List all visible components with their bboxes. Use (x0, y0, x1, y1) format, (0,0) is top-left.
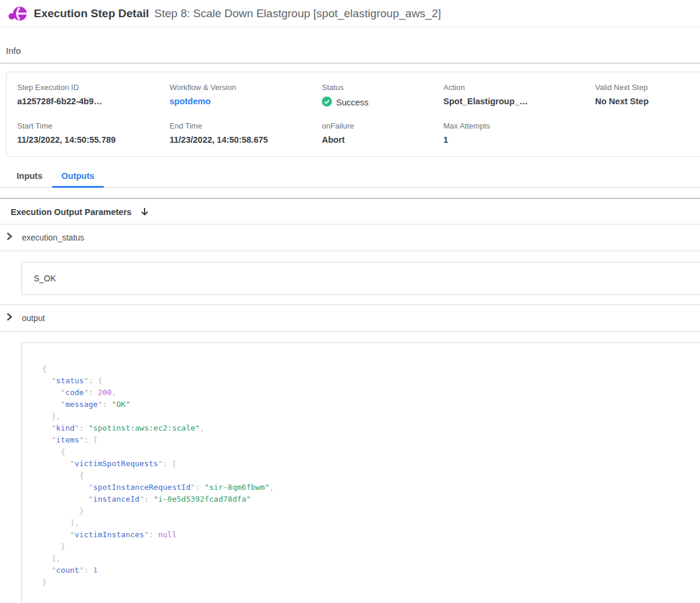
field-label: onFailure (322, 121, 443, 130)
json-code: { "status": { "code": 200, "message": "O… (42, 363, 700, 588)
tab-bar: InputsOutputs (0, 171, 700, 188)
field-value: Abort (322, 135, 443, 145)
param-json-output: { "status": { "code": 200, "message": "O… (21, 342, 700, 603)
field-label: Status (322, 83, 443, 92)
param-name: execution_status (22, 233, 84, 242)
info-field: Workflow & Versionspotdemo (170, 83, 322, 108)
field-value: 1 (443, 135, 595, 145)
param-name: output (22, 313, 45, 323)
info-field: End Time11/23/2022, 14:50:58.675 (170, 121, 322, 145)
field-value: a125728f-6b22-4b9… (17, 97, 170, 106)
info-field: Max Attempts1 (443, 121, 595, 145)
field-value: 11/23/2022, 14:50:55.789 (17, 135, 170, 145)
info-card: Step Execution IDa125728f-6b22-4b9…Workf… (6, 72, 700, 157)
param-body-execution_status: S_OK (0, 251, 700, 305)
info-field: ActionSpot_Elastigroup_… (443, 83, 595, 108)
info-field: StatusSuccess (322, 83, 443, 108)
field-label: Max Attempts (443, 121, 595, 130)
field-label: Action (443, 83, 595, 92)
field-value-link[interactable]: spotdemo (170, 97, 322, 106)
success-check-icon (322, 97, 332, 108)
chevron-right-icon[interactable] (6, 313, 13, 323)
status-text: Success (336, 98, 369, 107)
field-label: Workflow & Version (170, 83, 322, 92)
page-subtitle: Step 8: Scale Down Elastgroup [spot_elas… (154, 7, 441, 20)
app-header: Execution Step Detail Step 8: Scale Down… (0, 0, 700, 27)
field-label: Valid Next Step (595, 83, 700, 92)
tab-outputs[interactable]: Outputs (52, 171, 104, 188)
param-body-output: { "status": { "code": 200, "message": "O… (0, 332, 700, 603)
tab-inputs[interactable]: Inputs (7, 171, 52, 188)
field-label: End Time (170, 121, 322, 130)
page-title: Execution Step Detail (34, 7, 149, 20)
param-row-output[interactable]: output (0, 305, 700, 332)
execution-output-parameters-header: Execution Output Parameters (0, 199, 700, 224)
info-field: onFailureAbort (322, 121, 443, 145)
info-field: Start Time11/23/2022, 14:50:55.789 (17, 121, 170, 145)
status-badge: Success (322, 97, 443, 108)
field-label: Start Time (17, 121, 170, 130)
info-field: Valid Next StepNo Next Step (595, 83, 700, 108)
execution-output-parameters-title: Execution Output Parameters (11, 207, 132, 217)
info-section-header: Info (0, 46, 700, 63)
info-heading: Info (6, 46, 21, 56)
chevron-right-icon[interactable] (6, 232, 13, 243)
field-value: Spot_Elastigroup_… (443, 97, 595, 106)
field-label: Step Execution ID (17, 83, 170, 92)
output-parameters-list: execution_statusS_OKoutput{ "status": { … (0, 224, 700, 603)
download-icon[interactable] (140, 207, 149, 217)
field-value: No Next Step (595, 97, 700, 106)
info-field: Step Execution IDa125728f-6b22-4b9… (17, 83, 170, 108)
outputs-panel: Execution Output Parameters execution_st… (0, 198, 700, 603)
param-value-execution_status: S_OK (21, 262, 700, 295)
field-value: 11/23/2022, 14:50:58.675 (170, 135, 322, 145)
spot-logo-icon (8, 5, 28, 23)
param-row-execution_status[interactable]: execution_status (0, 224, 700, 251)
